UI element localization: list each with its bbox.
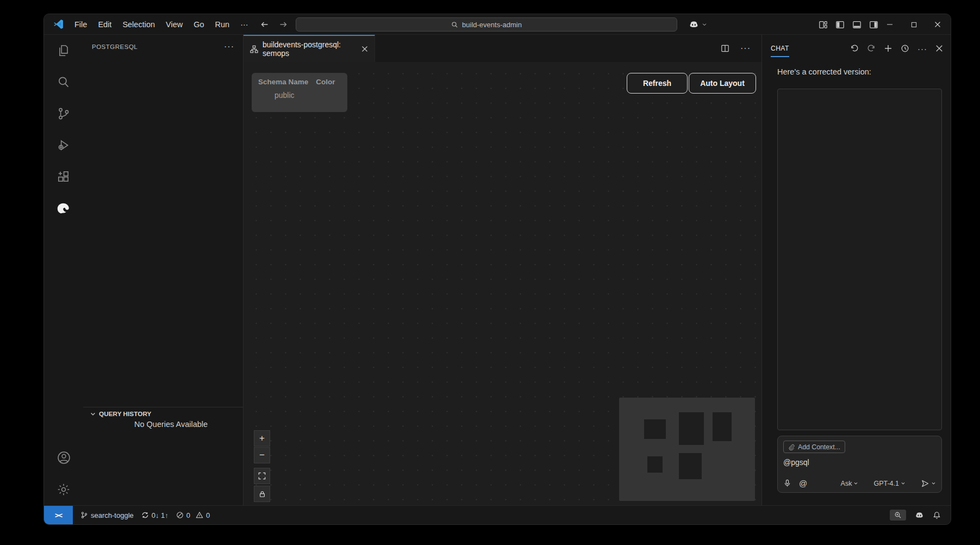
undo-icon[interactable] [850,44,859,53]
branch-indicator[interactable]: search-toggle [80,511,134,519]
chat-tab[interactable]: CHAT [771,45,789,52]
chat-input-box[interactable]: Add Context... @pgsql @ Ask GPT-4.1 [777,436,942,493]
sidebar-title: POSTGRESQL [92,44,138,50]
legend-schema-name: public [274,91,295,100]
chevron-down-icon [853,481,858,486]
chat-header: CHAT ··· [762,35,951,62]
menu-file[interactable]: File [69,20,92,29]
back-arrow-icon[interactable] [260,20,269,29]
source-control-icon[interactable] [51,98,77,129]
notifications-bell-icon[interactable] [933,511,941,519]
minimap[interactable] [619,398,755,501]
sync-indicator[interactable]: 0↓ 1↑ [141,511,168,519]
chat-panel: CHAT ··· Here's a corrected version: Add… [761,35,951,506]
auto-layout-button[interactable]: Auto Layout [689,73,756,94]
erd-canvas[interactable]: Schema Name Color public Refresh Auto La… [244,62,761,506]
more-actions-icon[interactable]: ··· [740,44,751,53]
add-context-button[interactable]: Add Context... [783,441,845,453]
toggle-primary-sidebar-icon[interactable] [835,20,845,29]
explorer-icon[interactable] [51,35,77,66]
redo-icon[interactable] [867,44,876,53]
warning-icon [196,511,203,519]
minimap-node [679,453,702,479]
problems-indicator[interactable]: 0 0 [176,511,210,519]
mention-icon[interactable]: @ [799,479,807,488]
zoom-in-button[interactable]: + [254,430,270,447]
activity-bar [44,35,83,506]
chevron-down-icon [702,22,707,27]
lock-button[interactable] [254,486,270,502]
run-debug-icon[interactable] [51,129,77,161]
legend-name-header: Schema Name [258,78,308,86]
extensions-icon[interactable] [51,161,77,193]
menu-more[interactable]: ··· [235,20,254,29]
menu-edit[interactable]: Edit [92,20,117,29]
command-search-box[interactable]: build-events-admin [296,17,677,32]
menu-go[interactable]: Go [188,20,209,29]
chat-input-value[interactable]: @pgsql [783,458,936,467]
toggle-panel-icon[interactable] [852,20,862,29]
sidebar-header: POSTGRESQL ··· [83,35,243,59]
menu-selection[interactable]: Selection [117,20,160,29]
minimap-node [713,412,732,441]
branch-icon [80,511,88,519]
paperclip-icon [788,444,795,450]
chat-message-text: Here's a corrected version: [777,67,871,76]
maximize-button[interactable] [902,14,926,35]
menu-view[interactable]: View [160,20,188,29]
menu-run[interactable]: Run [210,20,235,29]
toggle-secondary-sidebar-icon[interactable] [869,20,878,29]
minimap-node [679,412,704,445]
mode-selector[interactable]: Ask [841,480,859,487]
fit-view-button[interactable] [254,468,270,484]
chevron-down-icon [90,411,96,417]
sql-code-block[interactable] [777,89,942,430]
zoom-status-icon[interactable] [890,510,906,521]
close-panel-icon[interactable] [935,45,943,52]
more-actions-icon[interactable]: ··· [917,44,927,53]
refresh-button[interactable]: Refresh [627,73,688,94]
close-window-button[interactable] [926,14,950,35]
chat-header-icons: ··· [850,44,943,53]
status-bar-right [890,510,951,521]
title-bar: FileEditSelectionViewGoRun··· build-even… [44,14,951,35]
settings-gear-icon[interactable] [51,473,77,506]
new-chat-icon[interactable] [884,44,892,53]
copilot-status-icon[interactable] [915,511,924,520]
legend-color-swatch [328,92,335,99]
minimap-node [644,419,666,439]
minimize-button[interactable] [878,14,902,35]
nav-arrows [260,14,288,35]
more-actions-icon[interactable]: ··· [224,42,234,52]
search-sidebar-icon[interactable] [51,66,77,98]
customize-layout-icon[interactable] [819,20,828,29]
tab-erd-diagram[interactable]: buildevents-postgresql: semops [244,35,375,62]
split-editor-icon[interactable] [721,44,729,53]
copilot-menu[interactable] [689,14,707,35]
postgresql-sidebar: POSTGRESQL ··· QUERY HISTORY No Queries … [83,35,244,506]
forward-arrow-icon[interactable] [279,20,288,29]
screen: FileEditSelectionViewGoRun··· build-even… [0,0,980,545]
send-button[interactable] [921,479,936,488]
tab-strip: buildevents-postgresql: semops ··· [244,35,761,62]
editor-actions: ··· [721,35,761,62]
window-controls [878,14,950,35]
account-icon[interactable] [51,442,77,473]
copilot-icon [689,20,699,30]
query-history-header[interactable]: QUERY HISTORY [90,410,151,418]
zoom-out-button[interactable]: − [254,447,270,463]
error-icon [176,511,184,519]
model-selector[interactable]: GPT-4.1 [873,480,906,487]
layout-controls [819,14,878,35]
status-bar: >< search-toggle 0↓ 1↑ 0 0 [44,505,951,524]
section-divider [83,407,243,407]
sync-icon [141,511,149,519]
postgresql-extension-icon[interactable] [51,193,77,224]
remote-indicator[interactable]: >< [44,506,73,524]
microphone-icon[interactable] [783,479,791,487]
chat-input-toolbar: @ Ask GPT-4.1 [783,479,936,488]
chevron-down-icon [931,481,936,486]
close-tab-icon[interactable] [361,46,368,52]
menu-bar: FileEditSelectionViewGoRun··· [69,14,254,35]
chat-history-icon[interactable] [901,44,909,53]
